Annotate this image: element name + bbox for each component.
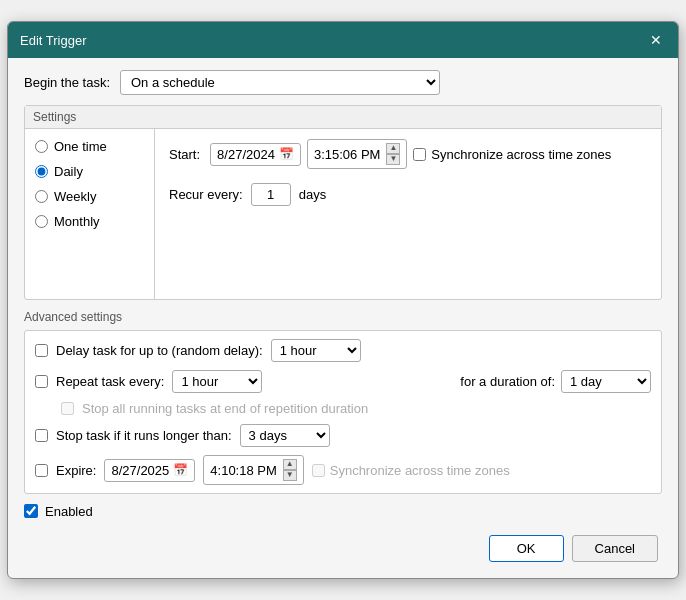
calendar-icon[interactable]: 📅: [279, 147, 294, 161]
stop-longer-select[interactable]: 3 days: [240, 424, 330, 447]
radio-one-time-label: One time: [54, 139, 107, 154]
delay-select[interactable]: 1 hour: [271, 339, 361, 362]
expire-sync-checkbox: [312, 464, 325, 477]
settings-body: One time Daily Weekly Monthly: [25, 129, 661, 299]
expire-time-up[interactable]: ▲: [283, 459, 297, 470]
stop-all-row: Stop all running tasks at end of repetit…: [35, 401, 651, 416]
advanced-label: Advanced settings: [24, 310, 662, 324]
edit-trigger-dialog: Edit Trigger ✕ Begin the task: On a sche…: [7, 21, 679, 579]
enabled-checkbox[interactable]: [24, 504, 38, 518]
recur-input[interactable]: [251, 183, 291, 206]
recur-unit: days: [299, 187, 326, 202]
expire-label: Expire:: [56, 463, 96, 478]
begin-task-row: Begin the task: On a schedule: [24, 70, 662, 95]
duration-select[interactable]: 1 day: [561, 370, 651, 393]
schedule-area: Start: 8/27/2024 📅 3:15:06 PM ▲ ▼: [155, 129, 661, 299]
repeat-checkbox[interactable]: [35, 375, 48, 388]
radio-daily-input[interactable]: [35, 165, 48, 178]
repeat-label: Repeat task every:: [56, 374, 164, 389]
begin-task-select[interactable]: On a schedule: [120, 70, 440, 95]
delay-task-row: Delay task for up to (random delay): 1 h…: [35, 339, 651, 362]
radio-monthly[interactable]: Monthly: [35, 214, 144, 229]
stop-longer-row: Stop task if it runs longer than: 3 days: [35, 424, 651, 447]
radio-weekly-input[interactable]: [35, 190, 48, 203]
begin-task-label: Begin the task:: [24, 75, 110, 90]
stop-longer-label: Stop task if it runs longer than:: [56, 428, 232, 443]
expire-sync-label: Synchronize across time zones: [330, 463, 510, 478]
radio-monthly-input[interactable]: [35, 215, 48, 228]
expire-sync-check[interactable]: Synchronize across time zones: [312, 463, 510, 478]
radio-one-time-input[interactable]: [35, 140, 48, 153]
ok-button[interactable]: OK: [489, 535, 564, 562]
enabled-label: Enabled: [45, 504, 93, 519]
delay-checkbox[interactable]: [35, 344, 48, 357]
sync-check[interactable]: Synchronize across time zones: [413, 147, 611, 162]
close-button[interactable]: ✕: [646, 30, 666, 50]
cancel-button[interactable]: Cancel: [572, 535, 658, 562]
expire-spin-arrows[interactable]: ▲ ▼: [283, 459, 297, 481]
repeat-task-row: Repeat task every: 1 hour for a duration…: [35, 370, 651, 393]
expire-time-value: 4:10:18 PM: [210, 463, 277, 478]
stop-all-checkbox: [61, 402, 74, 415]
time-spin-arrows[interactable]: ▲ ▼: [386, 143, 400, 165]
duration-label: for a duration of:: [460, 374, 555, 389]
time-down-arrow[interactable]: ▼: [386, 154, 400, 165]
radio-column: One time Daily Weekly Monthly: [25, 129, 155, 299]
enabled-row: Enabled: [24, 504, 662, 519]
radio-weekly-label: Weekly: [54, 189, 96, 204]
start-time-value: 3:15:06 PM: [314, 147, 381, 162]
expire-checkbox[interactable]: [35, 464, 48, 477]
dialog-title: Edit Trigger: [20, 33, 86, 48]
time-up-arrow[interactable]: ▲: [386, 143, 400, 154]
dialog-body: Begin the task: On a schedule Settings O…: [8, 58, 678, 578]
stop-longer-checkbox[interactable]: [35, 429, 48, 442]
expire-time-input[interactable]: 4:10:18 PM ▲ ▼: [203, 455, 303, 485]
start-row: Start: 8/27/2024 📅 3:15:06 PM ▲ ▼: [169, 139, 647, 169]
start-date-input[interactable]: 8/27/2024 📅: [210, 143, 301, 166]
sync-label: Synchronize across time zones: [431, 147, 611, 162]
stop-all-label: Stop all running tasks at end of repetit…: [82, 401, 368, 416]
radio-daily[interactable]: Daily: [35, 164, 144, 179]
recur-label: Recur every:: [169, 187, 243, 202]
start-label: Start:: [169, 147, 200, 162]
radio-monthly-label: Monthly: [54, 214, 100, 229]
duration-label-container: for a duration of: 1 day: [460, 370, 651, 393]
repeat-select[interactable]: 1 hour: [172, 370, 262, 393]
recur-row: Recur every: days: [169, 183, 647, 206]
sync-checkbox[interactable]: [413, 148, 426, 161]
title-bar: Edit Trigger ✕: [8, 22, 678, 58]
radio-weekly[interactable]: Weekly: [35, 189, 144, 204]
radio-one-time[interactable]: One time: [35, 139, 144, 154]
expire-date-value: 8/27/2025: [111, 463, 169, 478]
delay-label: Delay task for up to (random delay):: [56, 343, 263, 358]
start-time-input[interactable]: 3:15:06 PM ▲ ▼: [307, 139, 407, 169]
expire-row: Expire: 8/27/2025 📅 4:10:18 PM ▲ ▼ Synch…: [35, 455, 651, 485]
start-date-value: 8/27/2024: [217, 147, 275, 162]
bottom-row: OK Cancel: [24, 527, 662, 566]
settings-section: Settings One time Daily Weekly: [24, 105, 662, 300]
expire-time-down[interactable]: ▼: [283, 470, 297, 481]
expire-calendar-icon[interactable]: 📅: [173, 463, 188, 477]
settings-label: Settings: [25, 106, 661, 129]
radio-daily-label: Daily: [54, 164, 83, 179]
expire-date-input[interactable]: 8/27/2025 📅: [104, 459, 195, 482]
advanced-section: Delay task for up to (random delay): 1 h…: [24, 330, 662, 494]
